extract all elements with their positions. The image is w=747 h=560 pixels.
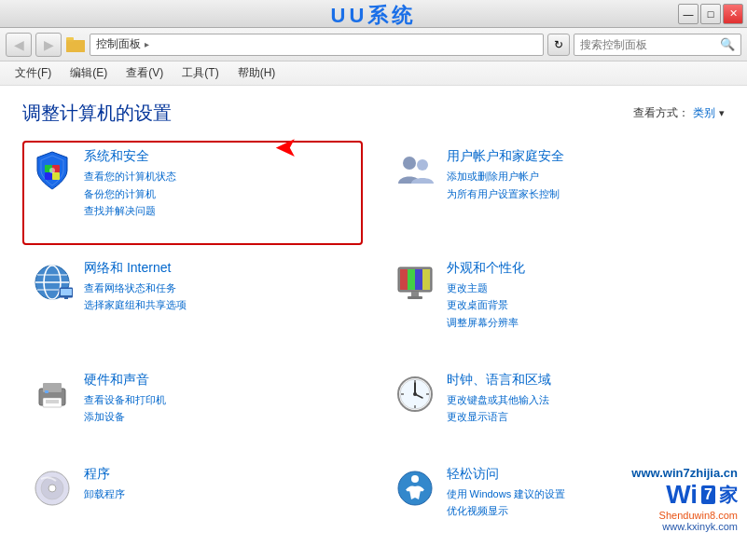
menu-edit[interactable]: 编辑(E) (62, 63, 115, 83)
svg-rect-24 (411, 292, 419, 296)
programs-sub1[interactable]: 卸载程序 (84, 486, 125, 502)
user-accounts-sub1[interactable]: 添加或删除用户帐户 (447, 169, 564, 184)
system-security-title[interactable]: 系统和安全 (84, 148, 176, 165)
appearance-text: 外观和个性化 更改主题 更改桌面背景 调整屏幕分辨率 (447, 260, 525, 331)
svg-rect-17 (64, 297, 68, 299)
svg-point-8 (403, 157, 416, 170)
watermark-jia: 家 (719, 483, 738, 508)
hardware-text: 硬件和声音 查看设备和打印机 添加设备 (84, 372, 166, 425)
page-title: 调整计算机的设置 (22, 101, 172, 126)
watermark-line3: Shenduwin8.com (631, 510, 738, 521)
user-accounts-text: 用户帐户和家庭安全 添加或删除用户帐户 为所有用户设置家长控制 (447, 148, 564, 201)
system-security-sub1[interactable]: 查看您的计算机状态 (84, 169, 176, 184)
control-panel-grid: 系统和安全 查看您的计算机状态 备份您的计算机 查找并解决问题 用户帐户和家庭安… (22, 141, 725, 545)
page-header: 调整计算机的设置 查看方式： 类别 ▾ (22, 101, 725, 126)
title-bar: UU系统 — □ ✕ (0, 0, 747, 28)
svg-rect-16 (61, 289, 72, 295)
menu-view[interactable]: 查看(V) (118, 63, 171, 83)
back-button[interactable]: ◀ (6, 33, 32, 57)
cp-item-user-accounts[interactable]: 用户帐户和家庭安全 添加或删除用户帐户 为所有用户设置家长控制 (385, 141, 726, 245)
menu-file[interactable]: 文件(F) (7, 63, 59, 83)
menu-tools[interactable]: 工具(T) (174, 63, 226, 83)
user-accounts-title[interactable]: 用户帐户和家庭安全 (447, 148, 564, 165)
svg-rect-29 (45, 390, 48, 393)
arrow-indicator: ➤ (275, 134, 296, 163)
system-security-icon (30, 148, 75, 193)
clock-sub2[interactable]: 更改显示语言 (447, 409, 551, 425)
system-security-sub3[interactable]: 查找并解决问题 (84, 203, 176, 219)
watermark-line1: www.win7zhijia.cn (631, 466, 738, 480)
svg-rect-22 (415, 269, 422, 290)
refresh-button[interactable]: ↻ (547, 34, 570, 56)
programs-icon (30, 466, 75, 511)
maximize-button[interactable]: □ (700, 4, 721, 24)
main-content: 调整计算机的设置 查看方式： 类别 ▾ ➤ (0, 86, 747, 560)
watermark-area: www.win7zhijia.cn Wi 7 家 Shenduwin8.com … (631, 466, 738, 532)
watermark-7: 7 (701, 485, 715, 504)
view-mode-value[interactable]: 类别 (693, 105, 715, 121)
minimize-button[interactable]: — (678, 4, 699, 24)
window-controls: — □ ✕ (678, 4, 743, 24)
programs-title[interactable]: 程序 (84, 466, 125, 483)
appearance-sub2[interactable]: 更改桌面背景 (447, 297, 525, 313)
network-title[interactable]: 网络和 Internet (84, 260, 187, 277)
address-text: 控制面板 (96, 36, 141, 52)
accessibility-title[interactable]: 轻松访问 (447, 466, 566, 483)
address-field[interactable]: 控制面板 ▸ (90, 34, 544, 56)
view-mode: 查看方式： 类别 ▾ (633, 105, 725, 121)
hardware-title[interactable]: 硬件和声音 (84, 372, 166, 389)
clock-sub1[interactable]: 更改键盘或其他输入法 (447, 392, 551, 408)
menu-help[interactable]: 帮助(H) (230, 63, 284, 83)
svg-point-9 (417, 159, 428, 171)
programs-text: 程序 卸载程序 (84, 466, 125, 502)
clock-title[interactable]: 时钟、语言和区域 (447, 372, 551, 389)
close-button[interactable]: ✕ (723, 4, 743, 24)
hardware-icon (30, 372, 75, 417)
clock-icon (393, 372, 437, 417)
cp-item-clock[interactable]: 时钟、语言和区域 更改键盘或其他输入法 更改显示语言 (385, 364, 726, 451)
network-sub1[interactable]: 查看网络状态和任务 (84, 280, 187, 296)
appearance-title[interactable]: 外观和个性化 (447, 260, 525, 277)
search-icon[interactable]: 🔍 (720, 35, 735, 54)
svg-rect-25 (408, 296, 422, 299)
svg-point-7 (49, 168, 55, 173)
search-input[interactable] (580, 38, 720, 51)
network-sub2[interactable]: 选择家庭组和共享选项 (84, 297, 187, 313)
cp-item-network[interactable]: 网络和 Internet 查看网络状态和任务 选择家庭组和共享选项 (22, 253, 363, 357)
svg-point-36 (413, 392, 417, 396)
svg-rect-6 (52, 172, 60, 180)
view-mode-label: 查看方式： (633, 105, 689, 121)
svg-rect-2 (66, 40, 85, 52)
accessibility-sub2[interactable]: 优化视频显示 (447, 503, 566, 519)
svg-point-43 (48, 485, 56, 492)
network-text: 网络和 Internet 查看网络状态和任务 选择家庭组和共享选项 (84, 260, 187, 313)
hardware-sub2[interactable]: 添加设备 (84, 409, 166, 425)
menu-bar: 文件(F) 编辑(E) 查看(V) 工具(T) 帮助(H) (0, 61, 747, 86)
svg-rect-21 (408, 269, 415, 290)
user-accounts-icon (393, 148, 437, 193)
cp-item-hardware[interactable]: 硬件和声音 查看设备和打印机 添加设备 (22, 364, 363, 451)
network-icon (30, 260, 75, 305)
system-security-text: 系统和安全 查看您的计算机状态 备份您的计算机 查找并解决问题 (84, 148, 176, 219)
cp-item-appearance[interactable]: 外观和个性化 更改主题 更改桌面背景 调整屏幕分辨率 (385, 253, 726, 357)
watermark-title: UU系统 (331, 2, 417, 30)
accessibility-text: 轻松访问 使用 Windows 建议的设置 优化视频显示 (447, 466, 566, 519)
user-accounts-sub2[interactable]: 为所有用户设置家长控制 (447, 186, 564, 202)
search-field[interactable]: 🔍 (574, 34, 741, 56)
address-bar: ◀ ▶ 控制面板 ▸ ↻ 🔍 (0, 28, 747, 61)
system-security-sub2[interactable]: 备份您的计算机 (84, 186, 176, 202)
address-separator: ▸ (145, 39, 149, 49)
clock-text: 时钟、语言和区域 更改键盘或其他输入法 更改显示语言 (447, 372, 551, 425)
svg-rect-5 (45, 172, 52, 180)
cp-item-programs[interactable]: 程序 卸载程序 (22, 458, 363, 545)
hardware-sub1[interactable]: 查看设备和打印机 (84, 392, 166, 408)
svg-point-45 (411, 475, 419, 483)
view-dropdown-icon[interactable]: ▾ (719, 107, 725, 119)
accessibility-icon (393, 466, 437, 511)
accessibility-sub1[interactable]: 使用 Windows 建议的设置 (447, 486, 566, 502)
svg-rect-20 (400, 269, 408, 290)
appearance-sub1[interactable]: 更改主题 (447, 280, 525, 296)
cp-item-system-security[interactable]: 系统和安全 查看您的计算机状态 备份您的计算机 查找并解决问题 (22, 141, 363, 245)
appearance-sub3[interactable]: 调整屏幕分辨率 (447, 315, 525, 331)
forward-button[interactable]: ▶ (35, 33, 62, 57)
